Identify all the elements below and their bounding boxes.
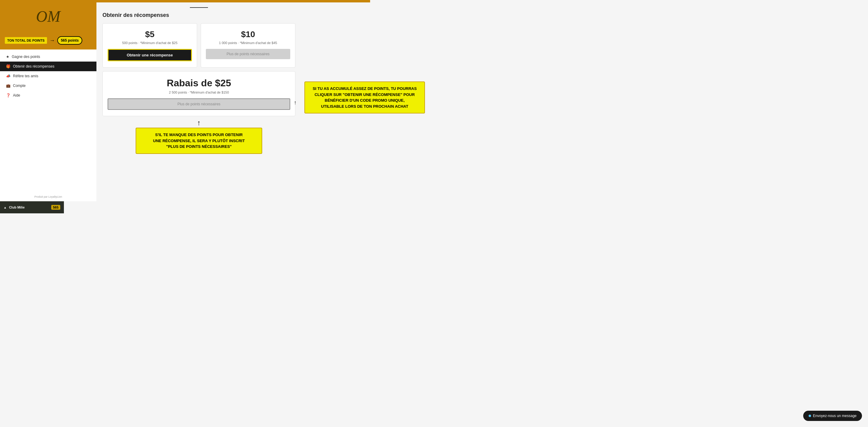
arrow-up-icon: ↑ xyxy=(102,119,296,126)
chevron-up-icon: ▲ xyxy=(4,206,7,209)
reward-amount-5: $5 xyxy=(107,30,192,39)
reward-desc-10: 1 000 points · *Minimum d'achat de $45 xyxy=(206,41,290,45)
main-top-bar xyxy=(96,0,370,2)
briefcase-icon: 💼 xyxy=(6,84,10,88)
widget-logo-area: OM xyxy=(0,0,96,33)
redeem-button-5[interactable]: Obtenir une récompense xyxy=(107,49,192,61)
reward-desc-5: 500 points · *Minimum d'achat de $25 xyxy=(107,41,192,45)
widget-nav: ★ Gagne des points 🎁 Obtenir des récompe… xyxy=(0,50,96,103)
arrow-right-icon: ↑ xyxy=(294,99,297,106)
points-label-box: TON TOTAL DE POINTS xyxy=(5,37,47,44)
question-icon: ❓ xyxy=(6,93,10,97)
points-arrow-icon: → xyxy=(50,37,55,44)
widget-points-row: TON TOTAL DE POINTS → 565 points xyxy=(0,33,96,50)
reward-card-25: Rabais de $25 2 500 points · *Minimum d'… xyxy=(102,71,296,116)
more-points-button-25: Plus de points nécessaires xyxy=(107,98,290,110)
tooltip-right-container: SI TU AS ACCUMULÉ ASSEZ DE POINTS, TU PO… xyxy=(304,82,425,113)
rewards-title: Obtenir des récompenses xyxy=(102,12,296,19)
sidebar-item-earn-points[interactable]: ★ Gagne des points xyxy=(0,52,96,62)
widget-footer: Produit par LoyaltyLion xyxy=(0,195,96,198)
sidebar-item-help[interactable]: ❓ Aide xyxy=(0,90,96,100)
loyalty-widget: OM TON TOTAL DE POINTS → 565 points ★ Ga… xyxy=(0,0,96,201)
reward-desc-25: 2 500 points · *Minimum d'achat de $150 xyxy=(107,90,290,94)
reward-card-5: $5 500 points · *Minimum d'achat de $25 … xyxy=(102,23,197,67)
points-value-box: 565 points xyxy=(57,36,82,45)
main-content: Obtenir des récompenses $5 500 points · … xyxy=(96,2,301,202)
club-label: Club Milie xyxy=(9,205,25,209)
reward-amount-25: Rabais de $25 xyxy=(107,78,290,89)
star-icon: ★ xyxy=(6,55,9,59)
sidebar-item-rewards[interactable]: 🎁 Obtenir des récompenses xyxy=(0,62,96,71)
reward-amount-10: $10 xyxy=(206,30,290,39)
bottom-bar-points: 565 xyxy=(51,205,60,210)
tooltip-right-text: SI TU AS ACCUMULÉ ASSEZ DE POINTS, TU PO… xyxy=(313,86,416,109)
more-points-button-10: Plus de points nécessaires xyxy=(206,49,290,59)
gift-icon: 🎁 xyxy=(6,64,10,68)
tooltip-bottom-text: S'IL TE MANQUE DES POINTS POUR OBTENIRUN… xyxy=(153,133,245,149)
reward-card-10: $10 1 000 points · *Minimum d'achat de $… xyxy=(201,23,296,67)
tooltip-right: SI TU AS ACCUMULÉ ASSEZ DE POINTS, TU PO… xyxy=(304,82,425,113)
megaphone-icon: 📣 xyxy=(6,74,10,78)
sidebar-item-refer[interactable]: 📣 Réfère tes amis xyxy=(0,71,96,81)
bottom-bar: ▲ Club Milie 565 xyxy=(0,201,64,214)
tooltip-bottom: S'IL TE MANQUE DES POINTS POUR OBTENIRUN… xyxy=(135,127,262,154)
sidebar-item-account[interactable]: 💼 Compte xyxy=(0,81,96,90)
widget-logo-script: OM xyxy=(36,9,61,24)
